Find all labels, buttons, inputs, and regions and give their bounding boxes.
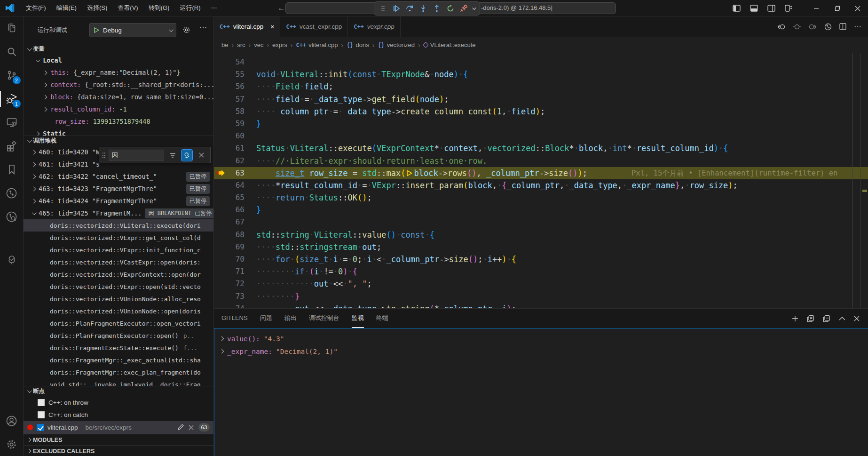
modules-section-header[interactable]: MODULES xyxy=(24,434,213,445)
callstack-frame-row[interactable]: doris::FragmentMgr::exec_plan_fragment(d… xyxy=(24,366,213,378)
callstack-frame-row[interactable]: doris::vectorized::VExpr::open(std::vect… xyxy=(24,280,213,293)
layout-panel-icon[interactable] xyxy=(745,0,763,16)
menu-查看(V)[interactable]: 查看(V) xyxy=(112,2,143,14)
filter-icon[interactable] xyxy=(167,149,179,161)
breadcrumb-item[interactable]: {}vectorized xyxy=(378,41,415,48)
variable-row[interactable]: result_column_id: -1 xyxy=(24,103,213,115)
variable-row[interactable]: row_size: 139913751879448 xyxy=(24,115,213,128)
more-actions-icon[interactable]: ⋯ xyxy=(199,23,207,32)
gitlens-back-icon[interactable] xyxy=(777,24,786,30)
restart-icon[interactable] xyxy=(444,3,456,14)
callstack-frame-row[interactable]: doris::FragmentMgr::_exec_actual(std::sh… xyxy=(24,354,213,366)
remove-breakpoint-icon[interactable] xyxy=(189,425,194,430)
breakpoint-file-row[interactable]: vliteral.cppbe/src/vec/exprs63 xyxy=(24,421,213,434)
callstack-frame-row[interactable]: doris::vectorized::VCastExpr::open(doris… xyxy=(24,256,213,268)
variable-row[interactable]: context: {_root:std::__shared_ptr<doris:… xyxy=(24,79,213,91)
menu-转到(G)[interactable]: 转到(G) xyxy=(143,2,175,14)
panel-tab-终端[interactable]: 终端 xyxy=(376,309,388,328)
breakpoint-checkbox[interactable] xyxy=(38,399,45,406)
remove-all-watch-icon[interactable] xyxy=(807,315,814,322)
tab-vliteral.cpp[interactable]: C++vliteral.cpp× xyxy=(214,16,280,37)
more-actions-icon[interactable]: ⋯ xyxy=(854,22,861,31)
callstack-thread-row[interactable]: 464: tid=3424 "FragmentMgrThre"已暂停 xyxy=(24,195,213,207)
callstack-frame-row[interactable]: doris::vectorized::VLiteral::execute(dor… xyxy=(24,219,213,232)
panel-tab-GITLENS[interactable]: GITLENS xyxy=(221,309,248,328)
breadcrumb-item[interactable]: VLiteral::execute xyxy=(424,41,476,48)
debug-config-dropdown[interactable]: Debug xyxy=(89,23,176,37)
breadcrumb-item[interactable]: src xyxy=(237,41,245,48)
callstack-thread-row[interactable]: 463: tid=3423 "FragmentMgrThre"已暂停 xyxy=(24,183,213,195)
tab-vexpr.cpp[interactable]: C++vexpr.cpp xyxy=(348,16,401,37)
nav-back-icon[interactable]: ← xyxy=(277,4,285,12)
add-watch-icon[interactable] xyxy=(792,315,798,322)
step-over-icon[interactable] xyxy=(404,3,416,14)
variable-row[interactable]: block: {data:size=1, row_same_bit:size=0… xyxy=(24,91,213,103)
close-panel-icon[interactable] xyxy=(854,316,860,321)
callstack-frame-row[interactable]: doris::vectorized::VExpr::init_function_… xyxy=(24,244,213,256)
activity-gitlens-icon[interactable] xyxy=(0,181,24,205)
step-into-icon[interactable] xyxy=(418,3,429,14)
activity-account-icon[interactable] xyxy=(0,409,24,432)
gitlens-current-icon[interactable] xyxy=(793,24,801,30)
disconnect-icon[interactable] xyxy=(458,3,470,14)
callstack-frame-row[interactable]: doris::FragmentExecState::execute()f... xyxy=(24,342,213,354)
grip-icon[interactable] xyxy=(102,152,106,159)
scope-static[interactable]: Static xyxy=(24,128,213,136)
activity-explorer-icon[interactable] xyxy=(0,16,24,40)
callstack-frame-row[interactable]: void std::__invoke_impl<void, doris::Fra… xyxy=(24,378,213,386)
callstack-thread-row[interactable]: 465: tid=3425 "FragmentM...因 BREAKPOINT … xyxy=(24,207,213,219)
menu-编辑(E)[interactable]: 编辑(E) xyxy=(51,2,82,14)
find-input[interactable] xyxy=(109,150,164,161)
gitlens-graph-icon[interactable] xyxy=(824,23,832,31)
activity-run-debug-icon[interactable]: 1 xyxy=(0,87,24,111)
collapse-all-icon[interactable] xyxy=(823,315,830,322)
activity-bookmarks-icon[interactable] xyxy=(0,158,24,181)
activity-testing-icon[interactable] xyxy=(0,248,24,272)
breakpoint-row[interactable]: C++: on catch xyxy=(24,408,213,421)
breakpoint-checkbox[interactable] xyxy=(38,411,45,418)
layout-sidebar-left-icon[interactable] xyxy=(728,0,745,16)
gitlens-forward-icon[interactable] xyxy=(808,24,817,30)
code-editor[interactable]: 5455void·VLiteral::init(const·TExprNode&… xyxy=(214,53,868,308)
breakpoints-section-header[interactable]: 断点 xyxy=(24,386,213,396)
chevron-down-icon[interactable] xyxy=(472,3,477,14)
activity-remote-explorer-icon[interactable] xyxy=(0,111,24,134)
panel-tab-调试控制台[interactable]: 调试控制台 xyxy=(309,309,339,328)
step-out-icon[interactable] xyxy=(431,3,443,14)
excluded-callers-section-header[interactable]: EXCLUDED CALLERS xyxy=(24,445,213,456)
minimize-icon[interactable] xyxy=(806,0,827,16)
close-icon[interactable] xyxy=(847,0,868,16)
panel-tab-问题[interactable]: 问题 xyxy=(260,309,272,328)
debug-settings-gear-icon[interactable] xyxy=(182,26,190,34)
scope-local[interactable]: Local xyxy=(24,54,213,66)
activity-extensions-icon[interactable] xyxy=(0,134,24,158)
tab-vcast_expr.cpp[interactable]: C++vcast_expr.cpp xyxy=(280,16,348,37)
close-tab-icon[interactable]: × xyxy=(270,23,274,31)
panel-tab-输出[interactable]: 输出 xyxy=(284,309,297,328)
callstack-frame-row[interactable]: doris::PlanFragmentExecutor::open()p.. xyxy=(24,329,213,342)
callstack-frame-row[interactable]: doris::vectorized::VExpr::get_const_col(… xyxy=(24,232,213,244)
watch-expression-row[interactable]: value():"4.3" xyxy=(214,332,868,345)
fuzzy-search-icon[interactable] xyxy=(181,149,193,161)
activity-gitlens-inspect-icon[interactable] xyxy=(0,205,24,228)
variable-row[interactable]: this: {_expr_name:"Decimal(2, 1)"} xyxy=(24,66,213,79)
breadcrumb-item[interactable]: exprs xyxy=(272,41,287,48)
breakpoint-checkbox[interactable] xyxy=(37,424,44,431)
callstack-frame-row[interactable]: doris::vectorized::VUnionNode::open(dori… xyxy=(24,305,213,317)
menu-选择(S)[interactable]: 选择(S) xyxy=(82,2,112,14)
callstack-section-header[interactable]: 调用堆栈 xyxy=(24,136,213,146)
callstack-frame-row[interactable]: doris::PlanFragmentExecutor::open_vector… xyxy=(24,317,213,329)
watch-expression-row[interactable]: _expr_name:"Decimal(2, 1)" xyxy=(214,345,868,358)
activity-source-control-icon[interactable]: 2 xyxy=(0,64,24,87)
breadcrumb-item[interactable]: be xyxy=(221,41,228,48)
breadcrumb-item[interactable]: C++vliteral.cpp xyxy=(296,41,338,48)
maximize-icon[interactable] xyxy=(827,0,847,16)
breadcrumb-item[interactable]: {}doris xyxy=(347,41,369,48)
layout-sidebar-right-icon[interactable] xyxy=(763,0,780,16)
activity-settings-icon[interactable] xyxy=(0,432,24,456)
activity-search-icon[interactable] xyxy=(0,40,24,64)
variables-section-header[interactable]: 变量 xyxy=(24,44,213,54)
menu-运行(R)[interactable]: 运行(R) xyxy=(174,2,205,14)
edit-breakpoint-icon[interactable] xyxy=(177,424,184,431)
layout-customize-icon[interactable] xyxy=(780,0,797,16)
